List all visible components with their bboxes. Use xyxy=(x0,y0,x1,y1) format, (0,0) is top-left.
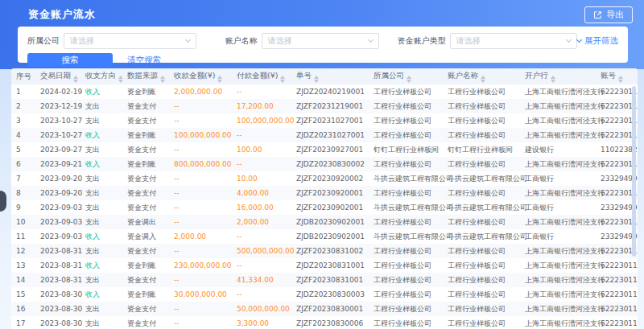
cell-trade-date: 2024-02-19 xyxy=(35,84,80,99)
search-button[interactable]: 搜索 xyxy=(27,53,113,67)
chevron-down-icon xyxy=(566,36,572,42)
cell-order-no: ZJDZ20230830002 xyxy=(291,157,369,171)
cell-receive-amount: -- xyxy=(169,186,232,200)
sort-carets-icon xyxy=(314,76,319,83)
column-header-pay-amount[interactable]: 付款金额(¥) xyxy=(232,68,291,84)
cell-trade-date: 2023-12-19 xyxy=(35,99,80,113)
cell-receive-amount: -- xyxy=(169,171,232,186)
cell-index: 4 xyxy=(11,128,35,142)
cell-receive-amount: 2,000.00 xyxy=(169,229,232,244)
cell-trade-date: 2023-09-03 xyxy=(35,200,80,215)
account-name-select[interactable]: 请选择 xyxy=(262,33,379,49)
cell-bank: 上海工商银行漕河泾支行 xyxy=(520,273,596,287)
cell-index: 12 xyxy=(11,244,35,258)
cell-order-no: ZJDB20230902001 xyxy=(291,215,369,229)
table-row: 82023-09-20支出资金支付--4,000.00ZJZF202309200… xyxy=(11,186,638,200)
cell-receive-amount: 100,000,000.00 xyxy=(169,128,232,142)
table-row: 142023-08-31支出资金支付--41,334.00ZJZF2023083… xyxy=(11,273,638,287)
column-header-index: 序号 xyxy=(11,68,35,84)
table-row: 152023-08-30收入资金到账30,000,000.00--ZJDZ202… xyxy=(11,287,638,302)
export-button[interactable]: 导出 xyxy=(584,6,633,23)
account-type-select-placeholder: 请选择 xyxy=(456,35,481,47)
cell-bank: 上海工商银行漕河泾支行 xyxy=(520,287,596,302)
cell-receive-amount: -- xyxy=(169,142,232,157)
column-header-receive-amount[interactable]: 收款金额(¥) xyxy=(169,68,232,84)
cell-account-name: 工程行业样板公司 xyxy=(443,157,520,171)
table-row: 62023-09-21收入资金到账800,000,000.00--ZJDZ202… xyxy=(11,157,638,171)
cell-account-name: 工程行业样板公司 xyxy=(443,287,520,302)
company-select[interactable]: 请选择 xyxy=(64,33,196,49)
vertical-scrollbar[interactable] xyxy=(632,86,636,257)
cell-direction: 支出 xyxy=(80,302,122,316)
cell-pay-amount: -- xyxy=(232,157,291,171)
cell-index: 14 xyxy=(11,273,35,287)
cell-trade-date: 2023-08-30 xyxy=(35,302,80,316)
cell-index: 15 xyxy=(11,287,35,302)
cell-index: 5 xyxy=(11,142,35,157)
cell-order-no: ZJDZ20240219001 xyxy=(291,84,369,99)
cell-trade-date: 2023-08-31 xyxy=(35,244,80,258)
cell-data-source: 资金到账 xyxy=(122,287,169,302)
cell-index: 17 xyxy=(11,316,35,329)
column-header-data-source[interactable]: 数据来源 xyxy=(122,68,169,84)
cell-direction: 支出 xyxy=(80,99,122,113)
column-header-bank[interactable]: 开户行 xyxy=(520,68,596,84)
cell-account-name: 工程行业样板公司 xyxy=(443,128,520,142)
cell-pay-amount: 10.00 xyxy=(232,171,291,186)
cell-order-no: ZJDZ20231027001 xyxy=(291,128,369,142)
clear-search-button[interactable]: 清空搜索 xyxy=(127,55,161,66)
cell-direction: 收入 xyxy=(80,287,122,302)
cell-company: 工程行业样板公司 xyxy=(369,316,443,329)
column-label: 付款金额(¥) xyxy=(237,71,278,80)
cell-company: 钉钉工程行业样板间 xyxy=(369,142,443,157)
sort-carets-icon xyxy=(551,76,555,83)
sidebar-collapse-handle[interactable] xyxy=(0,191,6,212)
cell-direction: 收入 xyxy=(80,84,122,99)
cell-direction: 支出 xyxy=(80,200,122,215)
cell-company: 工程行业样板公司 xyxy=(369,258,443,273)
table-row: 92023-09-03支出资金支付--16,000.00ZJZF20230902… xyxy=(11,200,638,215)
filter-label-account-type: 资金账户类型 xyxy=(398,35,446,47)
cell-trade-date: 2023-09-03 xyxy=(35,229,80,244)
column-header-company[interactable]: 所属公司 xyxy=(369,68,443,84)
cell-data-source: 资金支付 xyxy=(122,142,169,157)
cell-data-source: 资金支付 xyxy=(122,302,169,316)
table-row: 102023-09-03支出资金调出--2,000.00ZJDB20230902… xyxy=(11,215,638,229)
cell-bank: 上海工商银行漕河泾支行 xyxy=(520,215,596,229)
expand-filters-label: 展开筛选 xyxy=(584,35,618,47)
cell-index: 3 xyxy=(11,113,35,128)
cell-company: 斗拱云建筑工程有限公司 xyxy=(369,171,443,186)
sort-carets-icon xyxy=(217,76,222,83)
account-name-select-placeholder: 请选择 xyxy=(268,35,292,47)
cell-bank: 工商银行 xyxy=(520,200,596,215)
filter-row: 所属公司 请选择 账户名称 请选择 资金账户类型 请选择 展开筛选 xyxy=(27,32,618,49)
export-label: 导出 xyxy=(606,9,624,21)
cell-data-source: 资金支付 xyxy=(122,200,169,215)
cell-data-source: 资金到账 xyxy=(122,157,169,171)
cell-direction: 收入 xyxy=(80,258,122,273)
column-label: 单号 xyxy=(296,71,312,80)
column-header-direction[interactable]: 收支方向 xyxy=(80,68,122,84)
account-type-select[interactable]: 请选择 xyxy=(450,33,577,49)
table-body: 12024-02-19收入资金到账2,000,000.00--ZJDZ20240… xyxy=(11,84,638,329)
cell-trade-date: 2023-08-30 xyxy=(35,287,80,302)
cell-bank: 建设银行 xyxy=(520,142,596,157)
cell-data-source: 资金到账 xyxy=(122,128,169,142)
cell-data-source: 资金调入 xyxy=(122,229,169,244)
column-label: 所属公司 xyxy=(374,71,404,80)
cell-account-no: 622230111 xyxy=(596,316,638,329)
column-header-account-no[interactable]: 账号 xyxy=(596,68,638,84)
table-row: 72023-09-20支出资金支付--10.00ZJZF20230920002斗… xyxy=(11,171,638,186)
cell-pay-amount: 2,000.00 xyxy=(232,215,291,229)
cell-bank: 上海工商银行漕河泾支行 xyxy=(520,186,596,200)
column-header-order-no[interactable]: 单号 xyxy=(291,68,369,84)
column-header-account-name[interactable]: 账户名称 xyxy=(443,68,520,84)
cell-trade-date: 2023-10-27 xyxy=(35,113,80,128)
expand-filters-link[interactable]: 展开筛选 xyxy=(577,35,618,47)
column-header-trade-date[interactable]: 交易日期 xyxy=(35,68,80,84)
column-label: 收款金额(¥) xyxy=(174,71,215,80)
cell-company: 工程行业样板公司 xyxy=(369,128,443,142)
cell-order-no: ZJDZ20230830003 xyxy=(291,287,369,302)
cell-direction: 支出 xyxy=(80,316,122,329)
export-icon xyxy=(593,10,602,19)
